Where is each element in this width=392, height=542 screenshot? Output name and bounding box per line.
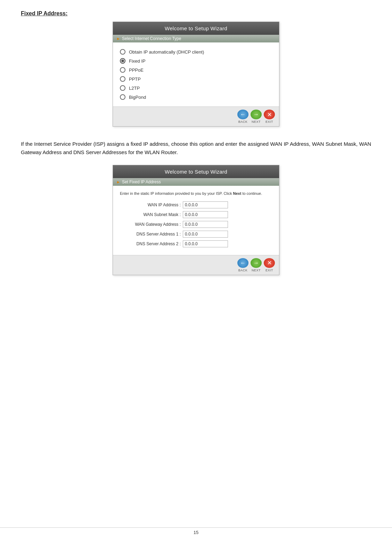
page-number: 15 [194, 530, 198, 535]
back-label-2: BACK [238, 269, 247, 272]
back-icon-2: ← [237, 258, 248, 268]
dns2-label: DNS Server Address 2 : [120, 241, 181, 246]
wan-subnet-label: WAN Subnet Mask : [120, 212, 181, 217]
wizard1-section-label: Select Internet Connection Type [122, 36, 181, 41]
exit-button-2[interactable]: ✕ EXIT [264, 258, 275, 272]
wizard2-section-arrow: ► [116, 180, 120, 184]
form-info-end: to continue. [241, 191, 262, 196]
dns2-input[interactable] [183, 240, 228, 247]
radio-pptp[interactable] [120, 76, 125, 82]
wan-subnet-input[interactable] [183, 211, 228, 218]
exit-icon-2: ✕ [264, 258, 275, 268]
dns1-label: DNS Server Address 1 : [120, 232, 181, 237]
wizard1-section-bar: ► Select Internet Connection Type [113, 35, 279, 42]
radio-option-l2tp[interactable]: L2TP [120, 83, 272, 93]
radio-dhcp-label: Obtain IP automatically (DHCP client) [129, 49, 204, 55]
radio-option-bigpond[interactable]: BigPond [120, 93, 272, 102]
wizard1-body: Obtain IP automatically (DHCP client) Fi… [113, 42, 279, 106]
exit-icon: ✕ [264, 110, 275, 119]
radio-pptp-label: PPTP [129, 77, 141, 82]
description-text: If the Internet Service Provider (ISP) a… [21, 140, 371, 157]
field-row-dns2: DNS Server Address 2 : [120, 240, 272, 247]
next-button[interactable]: → NEXT [251, 110, 262, 123]
next-icon-2: → [251, 258, 262, 268]
form-info-bold: Next [233, 191, 241, 196]
wizard1-title-bar: Welcome to Setup Wizard [113, 22, 279, 35]
wan-gateway-input[interactable] [183, 221, 228, 228]
wizard2-title-bar: Welcome to Setup Wizard [113, 165, 279, 178]
exit-button[interactable]: ✕ EXIT [264, 110, 275, 123]
wan-ip-label: WAN IP Address : [120, 202, 181, 207]
page-footer: 15 [0, 527, 392, 535]
back-button[interactable]: ← BACK [237, 110, 248, 123]
next-label-2: NEXT [252, 269, 261, 272]
radio-fixedip[interactable] [120, 58, 125, 64]
radio-l2tp[interactable] [120, 85, 125, 91]
exit-label: EXIT [266, 120, 273, 123]
wizard1-footer: ← BACK → NEXT ✕ EXIT [113, 106, 279, 126]
radio-option-dhcp[interactable]: Obtain IP automatically (DHCP client) [120, 47, 272, 56]
wizard1-section-arrow: ► [116, 37, 120, 41]
back-button-2[interactable]: ← BACK [237, 258, 248, 272]
wizard2-panel: Welcome to Setup Wizard ► Set Fixed IP A… [113, 165, 279, 275]
wizard2-section-label: Set Fixed IP Address [122, 180, 161, 184]
radio-bigpond-label: BigPond [129, 95, 146, 100]
dns1-input[interactable] [183, 231, 228, 238]
radio-bigpond[interactable] [120, 94, 125, 100]
wizard2-body: Enter in the static IP information provi… [113, 186, 279, 255]
next-button-2[interactable]: → NEXT [251, 258, 262, 272]
form-info-text: Enter in the static IP information provi… [120, 191, 233, 196]
exit-label-2: EXIT [266, 269, 273, 272]
field-row-wan-ip: WAN IP Address : [120, 201, 272, 208]
next-icon: → [251, 110, 262, 119]
radio-pppoe-label: PPPoE [129, 67, 144, 73]
wizard2-section-bar: ► Set Fixed IP Address [113, 178, 279, 186]
section-heading: Fixed IP Address: [21, 10, 371, 17]
back-icon: ← [237, 110, 248, 119]
wan-gateway-label: WAN Gateway Address : [120, 222, 181, 227]
field-row-dns1: DNS Server Address 1 : [120, 231, 272, 238]
radio-option-pppoe[interactable]: PPPoE [120, 65, 272, 74]
radio-option-fixedip[interactable]: Fixed IP [120, 56, 272, 65]
back-label: BACK [238, 120, 247, 123]
wizard1-panel: Welcome to Setup Wizard ► Select Interne… [113, 22, 279, 127]
wizard2-footer: ← BACK → NEXT ✕ EXIT [113, 255, 279, 275]
next-label: NEXT [252, 120, 261, 123]
radio-option-pptp[interactable]: PPTP [120, 74, 272, 83]
radio-l2tp-label: L2TP [129, 86, 140, 91]
radio-fixedip-label: Fixed IP [129, 58, 146, 64]
field-row-wan-gateway: WAN Gateway Address : [120, 221, 272, 228]
radio-pppoe[interactable] [120, 67, 125, 73]
form-info: Enter in the static IP information provi… [120, 191, 272, 197]
wan-ip-input[interactable] [183, 201, 228, 208]
field-row-wan-subnet: WAN Subnet Mask : [120, 211, 272, 218]
radio-dhcp[interactable] [120, 49, 125, 55]
